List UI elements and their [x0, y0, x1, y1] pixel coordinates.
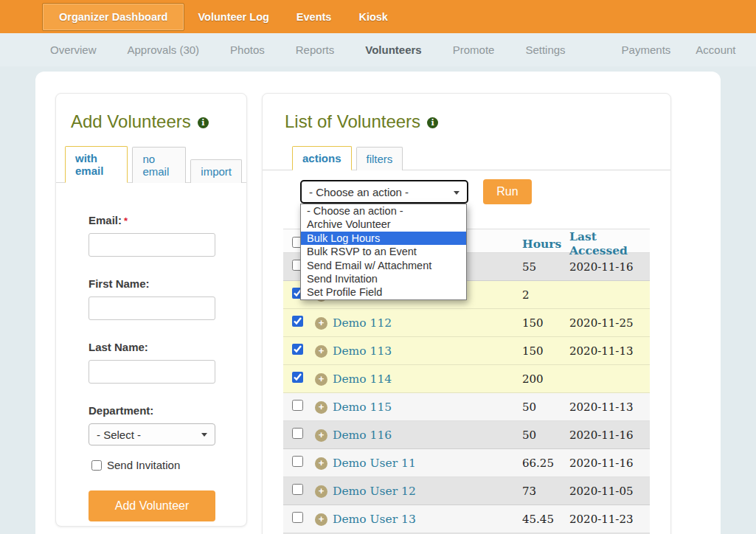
hours-value: 45.45	[522, 513, 569, 526]
expand-plus-icon[interactable]: +	[315, 373, 327, 386]
expand-plus-icon[interactable]: +	[315, 513, 327, 526]
action-option[interactable]: Send Invitation	[301, 272, 466, 285]
subnav-item[interactable]: Approvals (30)	[128, 44, 200, 56]
info-icon[interactable]: i	[198, 117, 209, 128]
tab[interactable]: import	[190, 159, 242, 183]
row-checkbox[interactable]	[292, 400, 303, 411]
row-checkbox[interactable]	[292, 484, 303, 495]
topbar-nav-item[interactable]: Volunteer Log	[198, 11, 268, 23]
action-option[interactable]: - Choose an action -	[301, 204, 466, 218]
last-name-label: Last Name:	[89, 341, 229, 353]
table-row: + Demo 113 150 2020-11-13	[283, 337, 650, 365]
hours-value: 50	[522, 429, 569, 442]
topbar-nav-item[interactable]: Kiosk	[358, 11, 388, 23]
add-volunteers-tabs: with email no email import	[56, 145, 246, 183]
subnav-item[interactable]: Photos	[230, 44, 265, 56]
run-button[interactable]: Run	[483, 179, 532, 204]
expand-plus-icon[interactable]: +	[315, 401, 327, 414]
list-of-volunteers-card: List of Volunteers i actions filters - C…	[262, 93, 671, 534]
first-name-label: First Name:	[89, 277, 229, 290]
volunteer-name-link[interactable]: Demo User 11	[333, 457, 416, 470]
action-dropdown-menu: - Choose an action - Archive Volunteer B…	[300, 204, 467, 300]
last-name-field[interactable]	[89, 360, 215, 384]
hours-value: 2	[522, 288, 569, 302]
expand-plus-icon[interactable]: +	[315, 485, 327, 498]
last-accessed-value: 2020-11-25	[569, 316, 650, 330]
action-option[interactable]: Send Email w/ Attachment	[301, 259, 466, 272]
subnav-item[interactable]: Settings	[525, 44, 565, 56]
last-accessed-value: 2020-11-13	[569, 400, 650, 414]
info-icon[interactable]: i	[427, 117, 438, 128]
last-accessed-value: 2020-11-16	[569, 429, 650, 442]
tab[interactable]: actions	[292, 146, 352, 170]
email-field[interactable]	[89, 233, 215, 257]
volunteer-name-link[interactable]: Demo 114	[333, 372, 392, 386]
volunteer-name-link[interactable]: Demo User 13	[333, 513, 416, 526]
volunteer-name-link[interactable]: Demo 116	[333, 429, 392, 442]
action-option[interactable]: Set Profile Field	[301, 285, 466, 299]
row-checkbox[interactable]	[292, 428, 303, 439]
subnav-item[interactable]: Payments	[622, 44, 671, 56]
secondary-nav-left: Overview Approvals (30) Photos Reports V…	[50, 44, 597, 56]
chevron-down-icon	[454, 191, 460, 195]
expand-plus-icon[interactable]: +	[315, 317, 327, 330]
table-row: + Demo User 11 66.25 2020-11-16	[283, 449, 650, 477]
expand-plus-icon[interactable]: +	[315, 345, 327, 358]
table-row: + Demo User 12 73 2020-11-05	[283, 477, 650, 505]
add-volunteers-title: Add Volunteers	[71, 111, 191, 132]
action-option[interactable]: Archive Volunteer	[301, 218, 466, 231]
action-option[interactable]: Bulk RSVP to an Event	[301, 245, 466, 258]
hours-value: 55	[522, 260, 569, 274]
department-select[interactable]: - Select -	[89, 423, 215, 445]
row-checkbox[interactable]	[292, 316, 303, 327]
topbar-nav-item[interactable]: Events	[296, 11, 332, 23]
subnav-item[interactable]: Overview	[50, 44, 97, 56]
hours-value: 73	[522, 485, 569, 498]
hours-value: 150	[522, 344, 569, 358]
volunteer-name-link[interactable]: Demo 112	[333, 316, 392, 330]
last-accessed-column-header[interactable]: Last Accessed	[569, 229, 650, 257]
add-volunteer-form: Email:* First Name: Last Name: Departmen…	[89, 214, 229, 534]
table-row: + Demo 114 200	[283, 365, 650, 393]
last-accessed-value: 2020-11-05	[569, 485, 650, 498]
tab[interactable]: with email	[65, 146, 128, 183]
tab[interactable]: filters	[356, 147, 403, 170]
list-tabs: actions filters	[263, 145, 670, 170]
topbar: Organizer Dashboard Volunteer Log Events…	[0, 0, 756, 33]
topbar-nav-item[interactable]: Organizer Dashboard	[42, 3, 184, 31]
row-checkbox[interactable]	[292, 512, 303, 523]
row-checkbox[interactable]	[292, 456, 303, 467]
table-row: + Demo 115 50 2020-11-13	[283, 393, 650, 421]
action-select[interactable]: - Choose an action -	[300, 180, 468, 204]
volunteer-name-link[interactable]: Demo 115	[333, 400, 392, 414]
row-checkbox[interactable]	[292, 344, 303, 355]
main-container: Add Volunteers i with email no email imp…	[35, 72, 721, 534]
chevron-down-icon	[201, 433, 207, 437]
table-row: + Demo 112 150 2020-11-25	[283, 309, 650, 337]
hours-value: 66.25	[522, 457, 569, 470]
add-volunteer-button[interactable]: Add Volunteer	[89, 490, 215, 521]
action-option[interactable]: Bulk Log Hours	[301, 232, 466, 245]
send-invitation-checkbox[interactable]	[91, 460, 102, 471]
subnav-item[interactable]: Account	[696, 44, 735, 56]
subnav-item[interactable]: Volunteers	[365, 44, 421, 56]
hours-column-header[interactable]: Hours	[522, 237, 569, 251]
volunteer-name-link[interactable]: Demo User 12	[333, 485, 416, 498]
subnav-item[interactable]: Reports	[296, 44, 335, 56]
first-name-field[interactable]	[89, 297, 215, 320]
last-accessed-value: 2020-11-16	[569, 457, 650, 470]
expand-plus-icon[interactable]: +	[315, 457, 327, 470]
last-accessed-value: 2020-11-13	[569, 344, 650, 358]
table-row: + Demo 116 50 2020-11-16	[283, 421, 650, 449]
last-accessed-value: 2020-11-23	[569, 513, 650, 526]
send-invitation-label: Send Invitation	[107, 459, 180, 471]
expand-plus-icon[interactable]: +	[315, 429, 327, 442]
tab[interactable]: no email	[132, 147, 186, 183]
secondary-nav-right: Payments Account	[597, 44, 736, 56]
subnav-item[interactable]: Promote	[453, 44, 495, 56]
action-bar: - Choose an action - - Choose an action …	[283, 179, 650, 204]
row-checkbox[interactable]	[292, 372, 303, 383]
volunteer-name-link[interactable]: Demo 113	[333, 344, 392, 358]
add-volunteers-card: Add Volunteers i with email no email imp…	[55, 93, 247, 527]
required-asterisk: *	[124, 215, 128, 226]
